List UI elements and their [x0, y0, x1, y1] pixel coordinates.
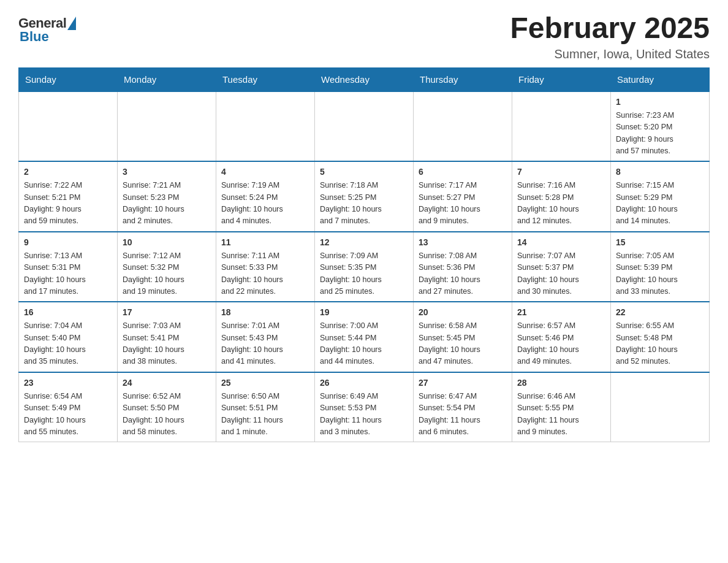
calendar-cell: 8Sunrise: 7:15 AMSunset: 5:29 PMDaylight… [611, 161, 710, 232]
calendar-cell: 1Sunrise: 7:23 AMSunset: 5:20 PMDaylight… [611, 91, 710, 162]
calendar-cell: 10Sunrise: 7:12 AMSunset: 5:32 PMDayligh… [118, 232, 216, 302]
day-number: 20 [419, 306, 507, 319]
calendar-cell [414, 91, 512, 162]
day-number: 17 [123, 306, 211, 319]
day-number: 22 [616, 306, 704, 319]
day-info: Sunrise: 7:05 AMSunset: 5:39 PMDaylight:… [616, 250, 704, 298]
calendar-cell: 12Sunrise: 7:09 AMSunset: 5:35 PMDayligh… [315, 232, 414, 302]
calendar-cell [216, 91, 315, 162]
calendar-week-row: 2Sunrise: 7:22 AMSunset: 5:21 PMDaylight… [19, 161, 710, 232]
calendar-cell: 26Sunrise: 6:49 AMSunset: 5:53 PMDayligh… [315, 372, 414, 442]
day-info: Sunrise: 7:17 AMSunset: 5:27 PMDaylight:… [419, 180, 507, 228]
day-info: Sunrise: 6:57 AMSunset: 5:46 PMDaylight:… [517, 320, 605, 368]
calendar-cell: 23Sunrise: 6:54 AMSunset: 5:49 PMDayligh… [19, 372, 118, 442]
calendar-cell: 19Sunrise: 7:00 AMSunset: 5:44 PMDayligh… [315, 302, 414, 372]
day-info: Sunrise: 6:55 AMSunset: 5:48 PMDaylight:… [616, 320, 704, 368]
day-number: 27 [419, 377, 507, 389]
weekday-header-thursday: Thursday [414, 67, 512, 91]
calendar-cell: 11Sunrise: 7:11 AMSunset: 5:33 PMDayligh… [216, 232, 315, 302]
day-info: Sunrise: 6:58 AMSunset: 5:45 PMDaylight:… [419, 320, 507, 368]
calendar-week-row: 16Sunrise: 7:04 AMSunset: 5:40 PMDayligh… [19, 302, 710, 372]
day-info: Sunrise: 7:21 AMSunset: 5:23 PMDaylight:… [123, 180, 211, 228]
day-info: Sunrise: 7:11 AMSunset: 5:33 PMDaylight:… [221, 250, 309, 298]
day-number: 19 [320, 306, 408, 319]
day-info: Sunrise: 7:16 AMSunset: 5:28 PMDaylight:… [517, 180, 605, 228]
day-number: 4 [221, 166, 309, 178]
calendar-cell [512, 91, 611, 162]
calendar-table: SundayMondayTuesdayWednesdayThursdayFrid… [18, 67, 710, 443]
day-number: 24 [123, 377, 211, 389]
weekday-header-friday: Friday [512, 67, 611, 91]
calendar-cell [19, 91, 118, 162]
day-info: Sunrise: 6:50 AMSunset: 5:51 PMDaylight:… [221, 391, 309, 439]
calendar-cell: 21Sunrise: 6:57 AMSunset: 5:46 PMDayligh… [512, 302, 611, 372]
month-title: February 2025 [510, 12, 710, 45]
day-number: 6 [419, 166, 507, 178]
calendar-cell: 6Sunrise: 7:17 AMSunset: 5:27 PMDaylight… [414, 161, 512, 232]
day-number: 11 [221, 236, 309, 249]
calendar-cell: 16Sunrise: 7:04 AMSunset: 5:40 PMDayligh… [19, 302, 118, 372]
day-info: Sunrise: 7:00 AMSunset: 5:44 PMDaylight:… [320, 320, 408, 368]
title-block: February 2025 Sumner, Iowa, United State… [510, 12, 710, 61]
day-number: 23 [24, 377, 112, 389]
day-info: Sunrise: 6:52 AMSunset: 5:50 PMDaylight:… [123, 391, 211, 439]
calendar-week-row: 23Sunrise: 6:54 AMSunset: 5:49 PMDayligh… [19, 372, 710, 442]
day-info: Sunrise: 7:23 AMSunset: 5:20 PMDaylight:… [616, 110, 704, 158]
location-title: Sumner, Iowa, United States [510, 47, 710, 61]
day-info: Sunrise: 6:49 AMSunset: 5:53 PMDaylight:… [320, 391, 408, 439]
weekday-header-sunday: Sunday [19, 67, 118, 91]
day-number: 12 [320, 236, 408, 249]
day-info: Sunrise: 7:08 AMSunset: 5:36 PMDaylight:… [419, 250, 507, 298]
calendar-cell [118, 91, 216, 162]
weekday-header-tuesday: Tuesday [216, 67, 315, 91]
logo: General Blue [18, 12, 76, 45]
calendar-cell [611, 372, 710, 442]
weekday-header-monday: Monday [118, 67, 216, 91]
day-number: 28 [517, 377, 605, 389]
weekday-header-wednesday: Wednesday [315, 67, 414, 91]
logo-triangle-icon [67, 17, 76, 30]
day-info: Sunrise: 6:46 AMSunset: 5:55 PMDaylight:… [517, 391, 605, 439]
calendar-cell: 4Sunrise: 7:19 AMSunset: 5:24 PMDaylight… [216, 161, 315, 232]
calendar-cell: 13Sunrise: 7:08 AMSunset: 5:36 PMDayligh… [414, 232, 512, 302]
day-number: 2 [24, 166, 112, 178]
day-info: Sunrise: 7:22 AMSunset: 5:21 PMDaylight:… [24, 180, 112, 228]
day-number: 21 [517, 306, 605, 319]
day-info: Sunrise: 7:03 AMSunset: 5:41 PMDaylight:… [123, 320, 211, 368]
calendar-cell: 24Sunrise: 6:52 AMSunset: 5:50 PMDayligh… [118, 372, 216, 442]
day-number: 9 [24, 236, 112, 249]
calendar-header-row: SundayMondayTuesdayWednesdayThursdayFrid… [19, 67, 710, 91]
day-number: 8 [616, 166, 704, 178]
day-info: Sunrise: 7:12 AMSunset: 5:32 PMDaylight:… [123, 250, 211, 298]
day-number: 5 [320, 166, 408, 178]
day-number: 14 [517, 236, 605, 249]
calendar-cell: 3Sunrise: 7:21 AMSunset: 5:23 PMDaylight… [118, 161, 216, 232]
calendar-cell: 27Sunrise: 6:47 AMSunset: 5:54 PMDayligh… [414, 372, 512, 442]
calendar-cell: 22Sunrise: 6:55 AMSunset: 5:48 PMDayligh… [611, 302, 710, 372]
calendar-cell: 5Sunrise: 7:18 AMSunset: 5:25 PMDaylight… [315, 161, 414, 232]
day-number: 25 [221, 377, 309, 389]
day-number: 18 [221, 306, 309, 319]
day-number: 1 [616, 96, 704, 109]
calendar-cell: 28Sunrise: 6:46 AMSunset: 5:55 PMDayligh… [512, 372, 611, 442]
calendar-cell: 2Sunrise: 7:22 AMSunset: 5:21 PMDaylight… [19, 161, 118, 232]
day-number: 26 [320, 377, 408, 389]
calendar-cell: 14Sunrise: 7:07 AMSunset: 5:37 PMDayligh… [512, 232, 611, 302]
day-info: Sunrise: 6:54 AMSunset: 5:49 PMDaylight:… [24, 391, 112, 439]
day-info: Sunrise: 7:01 AMSunset: 5:43 PMDaylight:… [221, 320, 309, 368]
calendar-cell: 18Sunrise: 7:01 AMSunset: 5:43 PMDayligh… [216, 302, 315, 372]
day-info: Sunrise: 7:19 AMSunset: 5:24 PMDaylight:… [221, 180, 309, 228]
calendar-cell: 20Sunrise: 6:58 AMSunset: 5:45 PMDayligh… [414, 302, 512, 372]
day-info: Sunrise: 7:04 AMSunset: 5:40 PMDaylight:… [24, 320, 112, 368]
calendar-cell: 15Sunrise: 7:05 AMSunset: 5:39 PMDayligh… [611, 232, 710, 302]
weekday-header-saturday: Saturday [611, 67, 710, 91]
calendar-cell: 25Sunrise: 6:50 AMSunset: 5:51 PMDayligh… [216, 372, 315, 442]
day-info: Sunrise: 7:07 AMSunset: 5:37 PMDaylight:… [517, 250, 605, 298]
calendar-week-row: 1Sunrise: 7:23 AMSunset: 5:20 PMDaylight… [19, 91, 710, 162]
day-number: 16 [24, 306, 112, 319]
day-info: Sunrise: 7:09 AMSunset: 5:35 PMDaylight:… [320, 250, 408, 298]
page-header: General Blue February 2025 Sumner, Iowa,… [18, 12, 710, 61]
day-info: Sunrise: 6:47 AMSunset: 5:54 PMDaylight:… [419, 391, 507, 439]
day-info: Sunrise: 7:18 AMSunset: 5:25 PMDaylight:… [320, 180, 408, 228]
calendar-cell [315, 91, 414, 162]
